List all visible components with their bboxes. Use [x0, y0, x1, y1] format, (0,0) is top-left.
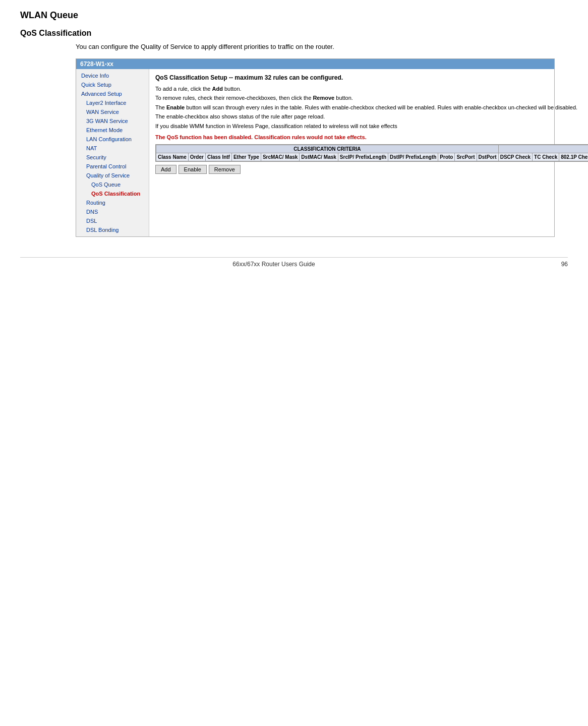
- sidebar-item-ethernet-mode[interactable]: Ethernet Mode: [76, 126, 149, 135]
- table-group-header-row: CLASSIFICATION CRITERIACLASSIFICATION RE…: [156, 145, 589, 153]
- footer-page: 96: [527, 261, 568, 268]
- group-header-classification-results: CLASSIFICATION RESULTS: [498, 145, 588, 153]
- sidebar: Device InfoQuick SetupAdvanced SetupLaye…: [76, 69, 149, 236]
- classification-table: CLASSIFICATION CRITERIACLASSIFICATION RE…: [156, 145, 588, 161]
- col-header-9: SrcPort: [455, 153, 477, 161]
- sidebar-item-quick-setup[interactable]: Quick Setup: [76, 80, 149, 89]
- sidebar-item-device-info[interactable]: Device Info: [76, 71, 149, 80]
- instruction-0: To add a rule, click the Add button.: [155, 85, 588, 93]
- col-header-4: SrcMAC/ Mask: [261, 153, 299, 161]
- col-header-10: DstPort: [477, 153, 498, 161]
- classification-table-wrapper: CLASSIFICATION CRITERIACLASSIFICATION RE…: [155, 144, 588, 162]
- content-setup-title: QoS Classification Setup -- maximum 32 r…: [155, 74, 588, 81]
- instructions: To add a rule, click the Add button.To r…: [155, 85, 588, 130]
- table-col-header-row: Class NameOrderClass IntfEther TypeSrcMA…: [156, 153, 589, 161]
- sidebar-item-layer2-interface[interactable]: Layer2 Interface: [76, 98, 149, 107]
- instruction-2: The Enable button will scan through ever…: [155, 104, 588, 111]
- action-buttons: Add Enable Remove: [155, 165, 588, 174]
- page-wrapper: WLAN Queue QoS Classification You can co…: [0, 0, 588, 278]
- sidebar-item-3g-wan-service[interactable]: 3G WAN Service: [76, 116, 149, 126]
- sidebar-item-dsl[interactable]: DSL: [76, 216, 149, 225]
- panel-header: 6728-W1-xx: [76, 59, 554, 69]
- col-header-6: SrcIP/ PrefixLength: [338, 153, 388, 161]
- col-header-5: DstMAC/ Mask: [300, 153, 338, 161]
- panel-body: Device InfoQuick SetupAdvanced SetupLaye…: [76, 69, 554, 236]
- remove-button[interactable]: Remove: [209, 165, 241, 174]
- sidebar-item-wan-service[interactable]: WAN Service: [76, 107, 149, 116]
- router-panel: 6728-W1-xx Device InfoQuick SetupAdvance…: [76, 58, 555, 237]
- sidebar-item-nat[interactable]: NAT: [76, 144, 149, 153]
- enable-button[interactable]: Enable: [179, 165, 207, 174]
- sidebar-item-lan-configuration[interactable]: LAN Configuration: [76, 135, 149, 144]
- sidebar-item-security[interactable]: Security: [76, 153, 149, 162]
- page-title: WLAN Queue: [20, 10, 568, 21]
- col-header-2: Class Intf: [205, 153, 231, 161]
- sidebar-item-advanced-setup[interactable]: Advanced Setup: [76, 89, 149, 98]
- col-header-11: DSCP Check: [498, 153, 532, 161]
- col-header-0: Class Name: [156, 153, 189, 161]
- instruction-1: To remove rules, check their remove-chec…: [155, 94, 588, 102]
- sidebar-item-qos-classification[interactable]: QoS Classification: [76, 189, 149, 198]
- col-header-8: Proto: [438, 153, 455, 161]
- main-content: QoS Classification Setup -- maximum 32 r…: [149, 69, 588, 236]
- section-title: QoS Classification: [20, 29, 568, 38]
- sidebar-item-routing[interactable]: Routing: [76, 198, 149, 207]
- col-header-3: Ether Type: [231, 153, 261, 161]
- col-header-7: DstIP/ PrefixLength: [388, 153, 438, 161]
- sidebar-item-dsl-bonding[interactable]: DSL Bonding: [76, 225, 149, 234]
- instruction-4: If you disable WMM function in Wireless …: [155, 123, 588, 130]
- footer-guide: 66xx/67xx Router Users Guide: [20, 261, 527, 268]
- page-footer: 66xx/67xx Router Users Guide 96: [20, 257, 568, 268]
- col-header-13: 802.1P Check: [559, 153, 588, 161]
- sidebar-item-dns[interactable]: DNS: [76, 207, 149, 216]
- sidebar-item-parental-control[interactable]: Parental Control: [76, 162, 149, 171]
- sidebar-item-qos-queue[interactable]: QoS Queue: [76, 180, 149, 189]
- instruction-3: The enable-checkbox also shows status of…: [155, 113, 588, 120]
- disabled-notice: The QoS function has been disabled. Clas…: [155, 134, 588, 140]
- group-header-classification-criteria: CLASSIFICATION CRITERIA: [156, 145, 499, 153]
- sidebar-item-quality-of-service[interactable]: Quality of Service: [76, 171, 149, 180]
- intro-text: You can configure the Quality of Service…: [76, 43, 568, 50]
- col-header-12: TC Check: [533, 153, 559, 161]
- add-button[interactable]: Add: [155, 165, 177, 174]
- col-header-1: Order: [188, 153, 205, 161]
